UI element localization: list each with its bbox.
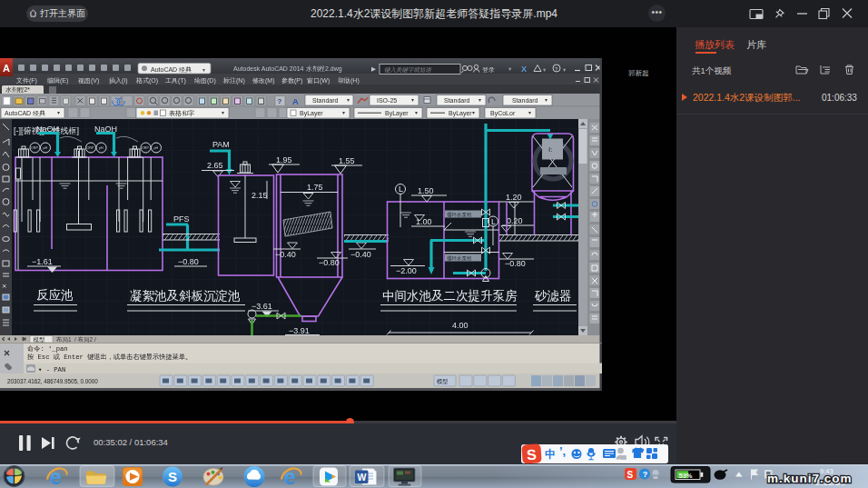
svg-text:水剂程2*: 水剂程2*	[5, 86, 30, 94]
svg-text:2.15: 2.15	[252, 191, 268, 200]
svg-text:循环水泵组: 循环水泵组	[447, 212, 472, 218]
svg-text:−0.80: −0.80	[505, 259, 526, 268]
svg-text:−0.80: −0.80	[178, 257, 199, 266]
svg-text:L: L	[399, 184, 403, 194]
svg-text:▾: ▾	[347, 97, 350, 103]
svg-text:1.50: 1.50	[418, 186, 434, 195]
svg-text:ORP: ORP	[142, 146, 149, 150]
svg-text:修改(M): 修改(M)	[252, 77, 275, 85]
svg-text:I:: I:	[548, 145, 552, 154]
svg-text:窗口(W): 窗口(W)	[307, 77, 330, 85]
svg-text:S: S	[627, 470, 634, 480]
svg-text:▾: ▾	[415, 110, 418, 115]
svg-text:PFS: PFS	[173, 214, 190, 224]
svg-text:ORP: ORP	[87, 146, 94, 150]
svg-text:53%: 53%	[679, 472, 693, 480]
svg-text:−3.91: −3.91	[289, 326, 310, 335]
svg-text:00:35:02 / 01:06:34: 00:35:02 / 01:06:34	[94, 437, 168, 447]
svg-text:AutoCAD 经典: AutoCAD 经典	[5, 110, 45, 116]
svg-text:1.20: 1.20	[506, 193, 522, 202]
svg-text:编辑(E): 编辑(E)	[47, 77, 68, 85]
svg-text:1.95: 1.95	[276, 155, 292, 164]
svg-text:模型: 模型	[437, 378, 449, 385]
svg-text:▾: ▾	[478, 97, 481, 103]
svg-text:模型: 模型	[34, 336, 46, 343]
svg-text:−2.00: −2.00	[396, 266, 417, 275]
svg-text:?: ?	[278, 97, 282, 105]
svg-text:S: S	[527, 447, 538, 463]
svg-text:▾: ▾	[528, 110, 531, 115]
svg-text:▶: ▶	[371, 65, 376, 72]
svg-text:表格和字: 表格和字	[169, 110, 194, 117]
svg-text:A: A	[3, 63, 10, 74]
svg-text:PAM: PAM	[212, 140, 230, 149]
svg-text:▾: ▾	[57, 110, 60, 115]
svg-text:▾: ▾	[411, 97, 414, 103]
svg-text:AutoCAD 经典: AutoCAD 经典	[151, 66, 192, 73]
svg-text:203037.4162, 486749.9505, 0.00: 203037.4162, 486749.9505, 0.0000	[7, 378, 98, 384]
svg-text:pH: pH	[99, 146, 104, 150]
svg-text:1.75: 1.75	[307, 183, 323, 192]
svg-text:视图(V): 视图(V)	[78, 77, 99, 85]
svg-text:m.kuni7.com: m.kuni7.com	[767, 472, 853, 485]
svg-text:键入关键字或短语: 键入关键字或短语	[384, 66, 433, 73]
svg-text:2.65: 2.65	[207, 161, 223, 170]
svg-text:凝絮池及斜板沉淀池: 凝絮池及斜板沉淀池	[130, 289, 241, 303]
svg-text:插入(I): 插入(I)	[109, 77, 128, 85]
svg-text:ORP: ORP	[31, 146, 38, 150]
svg-text:−1.61: −1.61	[32, 257, 53, 266]
svg-text:pH: pH	[44, 146, 48, 150]
svg-text:参数(P): 参数(P)	[281, 77, 302, 85]
svg-text:▾: ▾	[472, 110, 475, 115]
svg-text:按 Esc 或 Enter 键退出，或单击右键显示快捷菜单。: 按 Esc 或 Enter 键退出，或单击右键显示快捷菜单。	[27, 353, 192, 361]
svg-text:标注(N): 标注(N)	[222, 76, 245, 85]
svg-text:−3.61: −3.61	[252, 302, 272, 311]
svg-text:’,: ’,	[559, 444, 566, 458]
svg-text:ByCoLor: ByCoLor	[490, 110, 516, 117]
svg-text:−0.40: −0.40	[350, 250, 371, 259]
svg-text:Standard: Standard	[312, 97, 339, 104]
svg-text:工具(T): 工具(T)	[165, 77, 186, 85]
svg-text:Standard: Standard	[512, 97, 538, 104]
svg-text:循环水泵组: 循环水泵组	[447, 255, 472, 262]
svg-text:砂滤器: 砂滤器	[534, 289, 572, 303]
svg-text:▾: ▾	[545, 97, 547, 103]
svg-text:/ 布局2 /: / 布局2 /	[74, 336, 96, 344]
svg-text:−0.40: −0.40	[275, 250, 296, 259]
svg-text:Autodesk AutoCAD 2014: Autodesk AutoCAD 2014	[233, 65, 304, 72]
svg-text:ByLayer: ByLayer	[449, 110, 472, 117]
svg-text:反应池: 反应池	[36, 288, 74, 302]
svg-text:水剂程2.dwg: 水剂程2.dwg	[306, 65, 342, 73]
svg-text:帮助(H): 帮助(H)	[338, 77, 360, 85]
svg-text:X: X	[521, 65, 527, 74]
svg-text:中: 中	[545, 448, 556, 461]
svg-text:▾: ▾	[202, 67, 205, 73]
svg-text:ByLayer: ByLayer	[300, 110, 323, 117]
svg-text:命令: '_pan: 命令: '_pan	[27, 345, 68, 353]
svg-text:1.55: 1.55	[339, 156, 355, 165]
svg-text:ByLayer: ByLayer	[385, 110, 409, 117]
svg-text:绘图(D): 绘图(D)	[194, 77, 216, 85]
svg-text:?: ?	[643, 470, 648, 479]
svg-text:文件(F): 文件(F)	[16, 76, 37, 85]
svg-text:登录: 登录	[482, 66, 495, 74]
svg-text:A: A	[292, 96, 299, 106]
svg-text:▾ - PAN: ▾ - PAN	[38, 366, 65, 373]
svg-text:中间水池及二次提升泵房: 中间水池及二次提升泵房	[382, 289, 518, 303]
svg-text:ISO-25: ISO-25	[377, 97, 397, 104]
svg-text:−0.80: −0.80	[319, 258, 340, 267]
svg-text:4.00: 4.00	[452, 321, 469, 330]
svg-text:格式(O): 格式(O)	[135, 77, 158, 85]
svg-text:L: L	[491, 217, 496, 226]
svg-text:pH: pH	[154, 146, 159, 150]
svg-text:S: S	[168, 469, 177, 484]
svg-text:布局1: 布局1	[55, 336, 72, 344]
svg-text:▾: ▾	[342, 110, 345, 115]
svg-text:▾: ▾	[222, 110, 224, 115]
svg-text:W: W	[358, 472, 367, 483]
svg-text:1.00: 1.00	[416, 217, 432, 226]
svg-text:Standard: Standard	[444, 97, 470, 104]
